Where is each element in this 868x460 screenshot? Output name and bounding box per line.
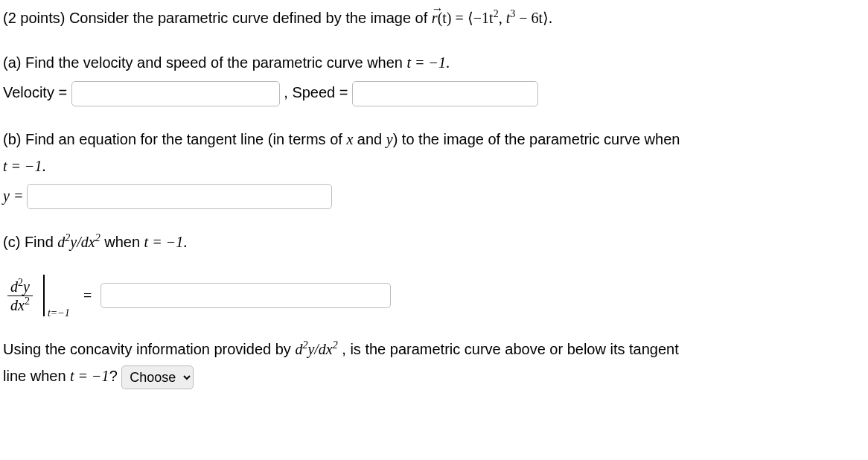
vector-arrow: → [432, 0, 438, 19]
problem-text: (2 points) Consider the parametric curve… [3, 10, 432, 26]
problem-statement: (2 points) Consider the parametric curve… [3, 6, 865, 30]
speed-label: Speed = [292, 84, 352, 100]
part-a-prompt: (a) Find the velocity and speed of the p… [3, 51, 865, 74]
part-c-input-row: d2y dx2 t=−1 = [7, 275, 865, 316]
concavity-line2: line when t = −1? Choose [3, 364, 865, 389]
d2ydx2-inline: d2y/dx2 [57, 234, 100, 250]
tangent-line-input[interactable] [27, 184, 332, 209]
part-a-inputs: Velocity = , Speed = [3, 80, 865, 106]
d2ydx2-inline2: d2y/dx2 [295, 341, 337, 357]
speed-input[interactable] [352, 81, 538, 106]
velocity-input[interactable] [71, 81, 280, 106]
expr-sep: , t [499, 10, 511, 26]
part-b-prompt-1: (b) Find an equation for the tangent lin… [3, 127, 865, 151]
expr-tail: − 6t [515, 10, 543, 26]
y-equals: y = [3, 188, 27, 204]
concavity-select[interactable]: Choose [121, 365, 194, 389]
comma: , [284, 84, 292, 100]
angle-close [543, 10, 549, 26]
velocity-label: Velocity = [3, 84, 71, 100]
part-c-prompt: (c) Find d2y/dx2 when t = −1. [3, 230, 865, 254]
concavity-line1: Using the concavity information provided… [3, 337, 865, 361]
expr-1: −1t2 [473, 10, 499, 26]
eval-bar: t=−1 [43, 275, 45, 316]
d2ydx2-fraction: d2y dx2 [7, 278, 33, 314]
part-b-input-row: y = [3, 184, 865, 210]
equals: = [83, 287, 92, 304]
part-b-prompt-2: t = −1. [3, 154, 865, 178]
r-vector: → r [432, 6, 438, 30]
angle-open [467, 10, 473, 26]
second-derivative-input[interactable] [100, 283, 391, 308]
